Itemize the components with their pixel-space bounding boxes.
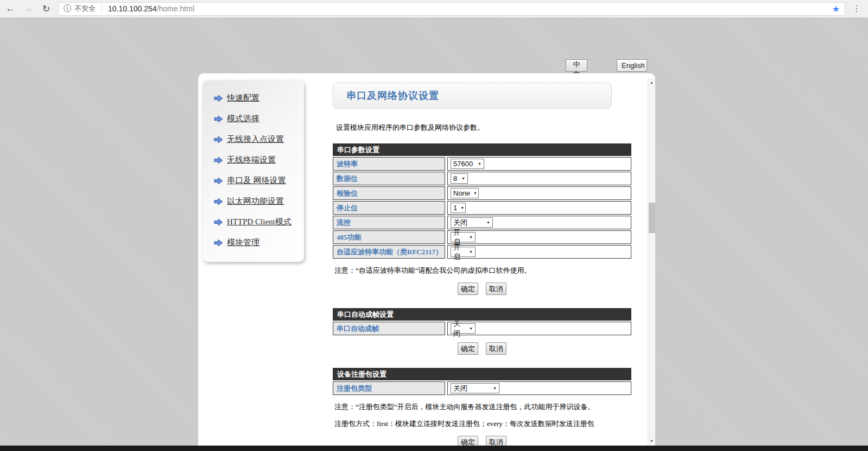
row-select-dropdown[interactable]: 开启▼ [451,247,476,257]
row-select-dropdown[interactable]: None▼ [451,188,479,198]
menu-arrow-icon [214,239,223,247]
row-label: 数据位 [333,172,445,185]
row-value-cell: None▼ [447,186,631,200]
address-bar[interactable]: ⓘ 不安全 10.10.100.254 /home.html ★ [58,2,845,16]
row-select-dropdown[interactable]: 8▼ [451,173,468,184]
language-chinese-button[interactable]: 中文 [566,59,587,72]
cancel-button[interactable]: 取消 [486,342,506,355]
sidebar-link[interactable]: 快速配置 [227,93,259,103]
row-label: 485功能 [333,230,445,244]
table-row: 串口自动成帧关闭▼ [333,322,631,335]
form-section-1: 串口自动成帧设置串口自动成帧关闭▼确定取消 [333,308,631,355]
bottom-edge-strip [0,446,868,451]
ok-button[interactable]: 确定 [458,342,478,355]
sidebar-item-1[interactable]: 模式选择 [214,114,304,124]
select-value: None [453,189,470,197]
chevron-down-icon: ▼ [469,250,473,254]
info-icon[interactable]: ⓘ [64,4,71,14]
page-subtitle: 设置模块应用程序的串口参数及网络协议参数。 [336,123,631,133]
refresh-icon[interactable]: ↻ [39,3,54,15]
row-select-dropdown[interactable]: 关闭▼ [451,217,493,228]
row-value-cell: 开启▼ [447,230,631,244]
section-header: 串口参数设置 [333,143,631,156]
sidebar-link[interactable]: 无线终端设置 [227,155,276,165]
menu-arrow-icon [214,136,223,143]
security-label: 不安全 [74,4,96,14]
row-value-cell: 1▼ [447,201,631,215]
chevron-down-icon: ▼ [486,221,490,224]
main-content: 串口及网络协议设置 设置模块应用程序的串口参数及网络协议参数。 串口参数设置波特… [333,83,631,451]
page-title: 串口及网络协议设置 [346,89,439,102]
section-header: 串口自动成帧设置 [333,308,631,321]
sidebar-item-7[interactable]: 模块管理 [214,237,304,248]
select-value: 开启 [453,242,466,262]
row-label: 串口自动成帧 [333,322,445,335]
row-value-cell: 57600▼ [447,157,631,171]
row-value-cell: 开启▼ [447,245,631,259]
chevron-down-icon: ▼ [473,191,477,195]
form-section-2: 设备注册包设置注册包类型关闭▼注意：“注册包类型”开启后，模块主动向服务器发送注… [333,368,631,448]
row-select-dropdown[interactable]: 开启▼ [451,232,476,242]
row-value-cell: 关闭▼ [447,381,631,395]
select-value: 关闭 [453,319,466,339]
scroll-up-icon[interactable]: ▲ [648,79,655,86]
select-value: 关闭 [453,384,467,393]
sidebar-link[interactable]: 模块管理 [227,237,259,248]
table-row: 数据位8▼ [333,172,631,185]
sidebar-link[interactable]: 无线接入点设置 [227,134,284,145]
row-select-dropdown[interactable]: 1▼ [451,203,466,213]
select-value: 8 [453,174,457,183]
row-label: 自适应波特率功能（类RFC2117） [333,245,445,259]
ok-button[interactable]: 确定 [458,283,478,295]
sidebar-link[interactable]: 模式选择 [227,114,259,124]
scroll-down-icon[interactable]: ▼ [648,437,655,444]
row-label: 注册包类型 [333,381,445,395]
browser-menu-icon[interactable]: ⋮ [850,4,864,14]
row-value-cell: 关闭▼ [447,322,631,335]
menu-arrow-icon [214,218,223,226]
sidebar-link[interactable]: 串口及 网络设置 [227,176,286,186]
forward-icon: → [21,3,36,14]
section-note: 注意：“注册包类型”开启后，模块主动向服务器发送注册包，此功能用于辨识设备。 [333,402,631,412]
sidebar-menu: 快速配置模式选择无线接入点设置无线终端设置串口及 网络设置以太网功能设置HTTP… [202,80,304,262]
bookmark-star-icon[interactable]: ★ [832,4,840,14]
page-background: 中文 English 快速配置模式选择无线接入点设置无线终端设置串口及 网络设置… [0,18,868,451]
row-value-cell: 8▼ [447,172,631,185]
sidebar-item-5[interactable]: 以太网功能设置 [214,196,304,206]
select-value: 1 [453,204,457,212]
table-row: 流控关闭▼ [333,216,631,229]
sidebar-item-2[interactable]: 无线接入点设置 [214,134,304,145]
select-value: 关闭 [453,218,467,228]
row-select-dropdown[interactable]: 关闭▼ [451,383,499,393]
section-button-row: 确定取消 [333,283,631,295]
vertical-scrollbar[interactable]: ▲ ▼ [648,79,655,444]
scrollbar-thumb[interactable] [649,203,655,233]
sidebar-item-6[interactable]: HTTPD Client模式 [214,217,304,227]
table-row: 停止位1▼ [333,201,631,215]
sidebar-item-3[interactable]: 无线终端设置 [214,155,304,165]
menu-arrow-icon [214,95,223,102]
row-label: 检验位 [333,186,445,200]
sidebar-item-0[interactable]: 快速配置 [214,93,304,103]
cancel-button[interactable]: 取消 [486,283,506,295]
settings-panel: 快速配置模式选择无线接入点设置无线终端设置串口及 网络设置以太网功能设置HTTP… [198,73,655,446]
table-row: 检验位None▼ [333,186,631,200]
menu-arrow-icon [214,177,223,185]
section-note: 注意：“自适应波特率功能”请配合我公司的虚拟串口软件使用。 [333,266,631,275]
section-note: 注册包方式：first：模块建立连接时发送注册包；every：每次发送数据时发送… [333,419,631,429]
chevron-down-icon: ▼ [478,162,481,166]
sidebar-item-4[interactable]: 串口及 网络设置 [214,176,304,186]
row-select-dropdown[interactable]: 57600▼ [451,159,484,169]
back-icon[interactable]: ← [3,3,18,14]
language-english-button[interactable]: English [617,59,647,72]
row-value-cell: 关闭▼ [447,216,631,229]
sidebar-link[interactable]: 以太网功能设置 [227,196,284,206]
row-label: 停止位 [333,201,445,215]
chevron-down-icon: ▼ [469,327,473,330]
browser-toolbar: ← → ↻ ⓘ 不安全 10.10.100.254 /home.html ★ ⋮ [0,0,868,18]
sidebar-link[interactable]: HTTPD Client模式 [227,217,292,227]
row-label: 流控 [333,216,445,229]
row-select-dropdown[interactable]: 关闭▼ [451,323,476,334]
url-host: 10.10.100.254 [108,4,157,13]
chevron-down-icon: ▼ [493,386,497,390]
